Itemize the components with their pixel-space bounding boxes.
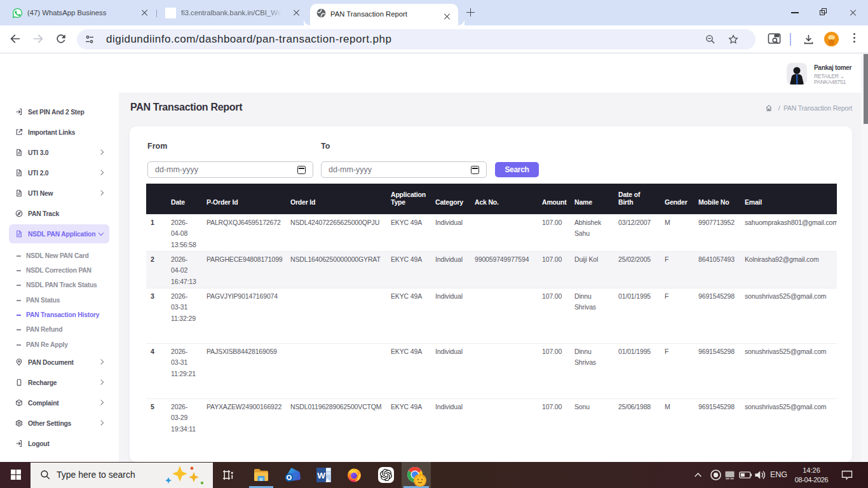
svg-text:W: W: [317, 471, 325, 480]
